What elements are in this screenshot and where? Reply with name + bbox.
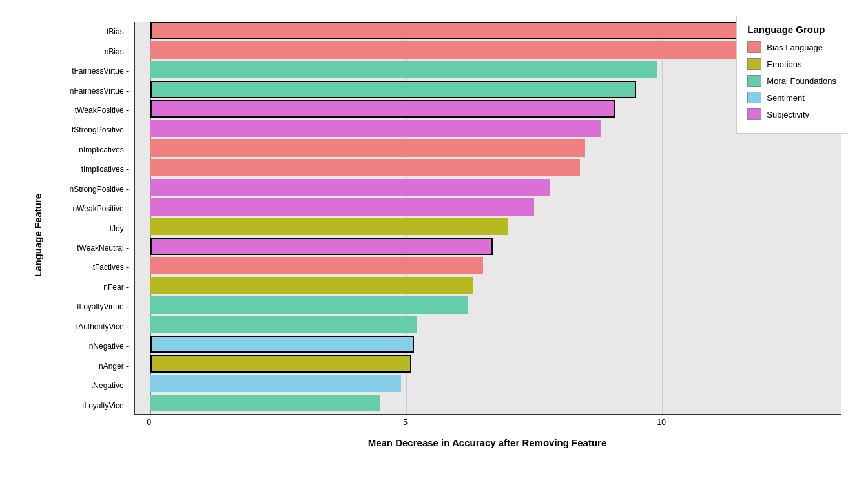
- bar-row: [150, 100, 616, 118]
- legend: Language Group Bias LanguageEmotionsMora…: [736, 16, 847, 134]
- y-axis-label: Language Feature: [27, 22, 43, 448]
- y-label: tWeakPositive -: [43, 107, 129, 114]
- legend-item: Emotions: [747, 58, 836, 70]
- y-label: tLoyaltyVice -: [43, 402, 129, 409]
- bar-row: [150, 296, 468, 314]
- y-label: tFairnessVirtue -: [43, 67, 129, 75]
- bar-row: [150, 140, 585, 157]
- y-label: tBias -: [43, 28, 129, 36]
- legend-swatch: [747, 92, 761, 103]
- y-label: nFear -: [43, 284, 129, 291]
- y-label: tLoyaltyVirtue -: [43, 303, 129, 311]
- y-label: tAuthorityVice -: [43, 323, 129, 331]
- bar-row: [150, 336, 414, 353]
- y-label: tImplicatives -: [43, 165, 129, 173]
- bar-row: [150, 355, 411, 373]
- chart-inner: tBias -nBias -tFairnessVirtue -nFairness…: [43, 22, 841, 448]
- bar-row: [150, 395, 380, 412]
- x-tick: 0: [147, 418, 151, 427]
- x-axis-label: Mean Decrease in Accuracy after Removing…: [134, 437, 841, 448]
- legend-title: Language Group: [747, 24, 836, 35]
- bar-row: [150, 198, 534, 216]
- y-label: nFairnessVirtue -: [43, 87, 129, 95]
- y-label: tNegative -: [43, 382, 129, 389]
- bar-row: [150, 41, 774, 59]
- y-label: tStrongPositive -: [43, 126, 129, 134]
- legend-swatch: [747, 75, 761, 87]
- legend-swatch: [747, 58, 761, 70]
- legend-item: Subjectivity: [747, 108, 836, 120]
- legend-label: Bias Language: [767, 43, 823, 52]
- y-label: nNegative -: [43, 342, 129, 350]
- y-label: nAnger -: [43, 362, 129, 370]
- legend-swatch: [747, 108, 761, 120]
- legend-label: Moral Foundations: [767, 76, 836, 86]
- bar-row: [150, 238, 493, 255]
- bar-row: [150, 277, 473, 294]
- chart-container: Language Feature tBias -nBias -tFairness…: [14, 9, 854, 487]
- bar-row: [150, 120, 601, 138]
- y-label: nWeakPositive -: [43, 205, 129, 212]
- chart-area: Language Feature tBias -nBias -tFairness…: [27, 22, 841, 448]
- y-label: nImplicatives -: [43, 146, 129, 154]
- bar-row: [150, 375, 401, 392]
- bar-row: [150, 81, 636, 98]
- y-label: tFactives -: [43, 264, 129, 271]
- bar-row: [150, 316, 417, 333]
- y-label: nBias -: [43, 48, 129, 56]
- bar-row: [150, 159, 580, 176]
- bar-row: [150, 179, 550, 196]
- legend-label: Sentiment: [767, 93, 805, 103]
- x-tick: 10: [657, 418, 666, 427]
- y-label: nStrongPositive -: [43, 185, 129, 193]
- y-label: tWeakNeutral -: [43, 244, 129, 252]
- x-axis-ticks: 0510: [134, 415, 841, 435]
- bar-row: [150, 61, 657, 79]
- legend-swatch: [747, 41, 761, 53]
- y-labels: tBias -nBias -tFairnessVirtue -nFairness…: [43, 22, 134, 415]
- y-label: tJoy -: [43, 225, 129, 232]
- bar-row: [150, 257, 483, 274]
- grid-line: [662, 22, 663, 414]
- legend-label: Subjectivity: [767, 110, 809, 119]
- legend-item: Moral Foundations: [747, 75, 836, 87]
- bars-section: tBias -nBias -tFairnessVirtue -nFairness…: [43, 22, 841, 415]
- legend-item: Sentiment: [747, 92, 836, 103]
- bar-row: [150, 22, 825, 39]
- bars-and-grid: [134, 22, 841, 415]
- x-tick: 5: [403, 418, 408, 427]
- legend-item: Bias Language: [747, 41, 836, 53]
- bar-row: [150, 218, 508, 236]
- legend-label: Emotions: [767, 59, 801, 69]
